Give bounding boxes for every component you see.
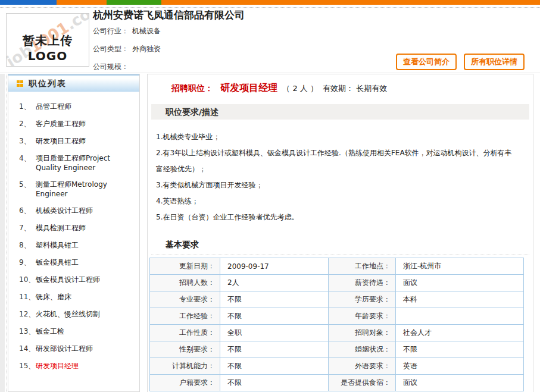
position-number: 13、 — [19, 327, 36, 337]
table-value-cell: 不限 — [220, 375, 329, 391]
grid-icon — [17, 80, 23, 87]
job-title: 研发项目经理 — [220, 82, 277, 93]
job-description: 1.机械类专业毕业；2.有3年以上结构设计或塑料模具、钣金模具设计工作经验.（熟… — [156, 129, 517, 225]
table-value-cell: 浙江-杭州市 — [396, 258, 524, 275]
position-number: 1、 — [19, 102, 36, 112]
table-label-cell: 工作性质： — [150, 325, 220, 341]
sidebar-position-item[interactable]: 6、机械类设计工程师 — [8, 202, 137, 219]
position-label: 钣金模具钳工 — [36, 258, 135, 268]
position-number: 4、 — [19, 153, 36, 173]
table-value-cell: 不限 — [220, 291, 329, 308]
table-label-cell: 性别要求： — [150, 341, 220, 358]
table-label-cell: 专业要求： — [150, 291, 220, 308]
sidebar-position-item[interactable]: 15、研发项目经理 — [8, 357, 137, 375]
job-description-line: 4.英语熟练； — [156, 193, 517, 209]
job-validity: 有效期： 长期有效 — [323, 84, 387, 93]
sidebar-position-item[interactable]: 1、品管工程师 — [8, 98, 137, 115]
company-field-label: 公司行业： — [93, 27, 129, 35]
position-number: 5、 — [19, 180, 36, 199]
position-number: 3、 — [19, 136, 36, 146]
table-label-cell: 招聘人数： — [150, 275, 220, 291]
position-label: 火花机、慢丝线切割 — [36, 309, 135, 319]
sidebar-position-item[interactable]: 10、钣金模具设计工程师 — [8, 271, 137, 288]
position-number: 11、 — [19, 292, 36, 302]
company-field-label: 公司规模： — [93, 62, 129, 71]
job-description-line: 5.在日资（台资）企业工作经验者优先考虑。 — [156, 209, 517, 225]
table-label-cell: 是否提供食宿： — [329, 375, 396, 391]
table-value-cell: 全职 — [220, 325, 329, 341]
top-bar-orange-segment — [57, 0, 107, 5]
table-value-cell: 面议 — [396, 275, 524, 291]
sidebar-position-item[interactable]: 7、模具检测工程师 — [8, 219, 137, 237]
job-description-line: 3.有类似机械方面项目开发经验； — [156, 177, 517, 193]
table-label-cell: 工作经验： — [150, 308, 220, 325]
top-dotted-divider — [0, 7, 540, 8]
table-row: 户籍要求：不限是否提供食宿：面议 — [150, 375, 524, 391]
table-label-cell: 招聘对象： — [329, 325, 396, 341]
sidebar-position-item[interactable]: 9、钣金模具钳工 — [8, 254, 137, 271]
logo-placeholder-text: 暂未上传LOGO — [7, 33, 89, 63]
table-label-cell: 婚姻状况： — [329, 341, 396, 358]
view-company-profile-button[interactable]: 查看公司简介 — [396, 54, 457, 70]
sidebar-position-item[interactable]: 4、项目质量工程师Project Quality Engineer — [8, 150, 137, 176]
position-label: 铣床、磨床 — [36, 292, 135, 302]
job-header: 招聘职位： 研发项目经理 （ 2 人 ） 有效期： 长期有效 — [148, 74, 533, 95]
company-name: 杭州安费诺飞凤通信部品有限公司 — [93, 8, 245, 22]
position-label: 钣金模具设计工程师 — [36, 275, 135, 285]
table-value-cell: 面议 — [396, 375, 524, 391]
table-label-cell: 外语要求： — [329, 358, 396, 375]
table-label-cell: 户籍要求： — [150, 375, 220, 391]
top-bar-orange-long-segment — [161, 0, 540, 5]
table-value-cell: 本科 — [396, 291, 524, 308]
left-gutter — [0, 74, 5, 392]
position-number: 6、 — [19, 206, 36, 216]
position-label: 钣金工检 — [36, 327, 135, 337]
table-label-cell: 学历要求： — [329, 291, 396, 308]
sidebar-position-item[interactable]: 5、测量工程师Metrology Engineer — [8, 176, 137, 202]
position-label: 机械类设计工程师 — [36, 206, 135, 216]
sidebar-position-item[interactable]: 14、研发部设计工程师 — [8, 340, 137, 357]
sidebar-position-item[interactable]: 11、铣床、磨床 — [8, 288, 137, 306]
company-field: 公司类型：外商独资 — [93, 44, 161, 54]
table-value-cell: 社会人才 — [396, 325, 524, 341]
position-number: 2、 — [19, 119, 36, 129]
table-value-cell: 不限 — [220, 341, 329, 358]
company-field: 公司行业：机械设备 — [93, 26, 161, 36]
position-label: 测量工程师Metrology Engineer — [36, 180, 135, 199]
position-number: 10、 — [19, 275, 36, 285]
sidebar-position-item[interactable]: 13、钣金工检 — [8, 323, 137, 340]
table-label-cell: 工作地点： — [329, 258, 396, 275]
company-logo-placeholder: job1001.com 暂未上传LOGO — [6, 13, 89, 67]
position-number: 8、 — [19, 240, 36, 250]
sidebar-position-item[interactable]: 3、研发项目工程师 — [8, 133, 137, 150]
job-detail-panel: 招聘职位： 研发项目经理 （ 2 人 ） 有效期： 长期有效 职位要求/描述 1… — [147, 74, 533, 392]
table-row: 更新日期：2009-09-17工作地点：浙江-杭州市 — [150, 258, 524, 275]
table-value-cell: 不限 — [220, 358, 329, 375]
all-positions-button[interactable]: 所有职位详情 — [464, 54, 525, 70]
table-value-cell — [396, 308, 524, 325]
company-field-value: 外商独资 — [132, 45, 161, 53]
top-bar-green-segment — [107, 0, 161, 5]
section-title-requirements: 职位要求/描述 — [151, 104, 529, 120]
basic-dotted-divider — [151, 255, 529, 255]
top-bar-blue-segment — [0, 0, 57, 5]
basic-requirements-table: 更新日期：2009-09-17工作地点：浙江-杭州市招聘人数：2人薪资待遇：面议… — [149, 258, 524, 391]
header-buttons: 查看公司简介所有职位详情 — [389, 54, 525, 70]
position-number: 9、 — [19, 258, 36, 268]
position-number: 12、 — [19, 309, 36, 319]
top-color-bar — [0, 0, 540, 5]
table-row: 性别要求：不限婚姻状况：不限 — [150, 341, 524, 358]
position-label: 研发部设计工程师 — [36, 344, 135, 354]
table-label-cell: 薪资待遇： — [329, 275, 396, 291]
sidebar-position-item[interactable]: 12、火花机、慢丝线切割 — [8, 306, 137, 323]
job-description-line: 2.有3年以上结构设计或塑料模具、钣金模具设计工作经验.（熟练使用相关FEA软件… — [156, 145, 517, 177]
position-label: 客户质量工程师 — [36, 119, 135, 129]
table-row: 工作经验：不限年龄要求： — [150, 308, 524, 325]
section-title-basic: 基本要求 — [166, 240, 533, 250]
sidebar-position-item[interactable]: 8、塑料模具钳工 — [8, 237, 137, 254]
sidebar-position-item[interactable]: 2、客户质量工程师 — [8, 115, 137, 133]
company-field: 公司规模： — [93, 62, 161, 72]
position-list-title: 职位列表 — [29, 79, 67, 89]
position-number: 14、 — [19, 344, 36, 354]
position-label: 项目质量工程师Project Quality Engineer — [36, 153, 135, 173]
